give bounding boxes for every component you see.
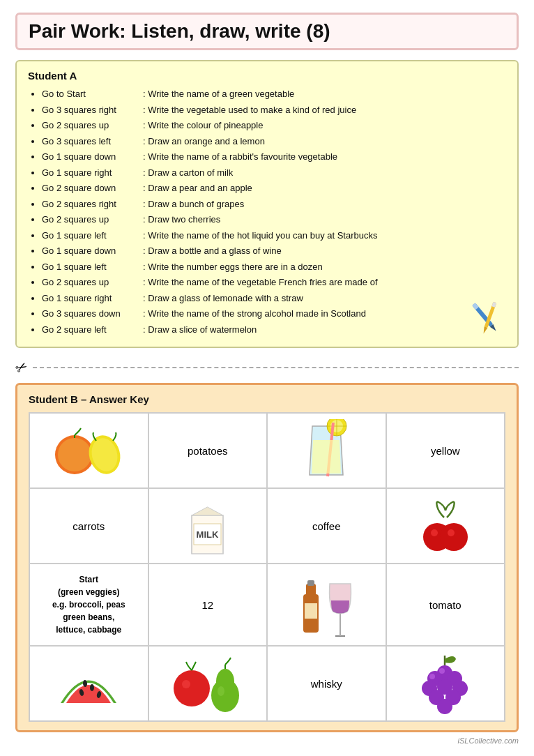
instruction-direction: Go 3 squares left — [42, 135, 143, 149]
grid-cell-text: yellow — [431, 445, 460, 457]
instruction-task: : Write the name of a rabbit's favourite… — [143, 150, 506, 164]
page: Pair Work: Listen, draw, write (8) Stude… — [0, 0, 534, 756]
instruction-direction: Go 1 square right — [42, 292, 143, 305]
svg-point-52 — [429, 674, 435, 679]
list-item: Go 2 squares up : Write the name of the … — [42, 275, 506, 289]
svg-point-25 — [448, 529, 455, 536]
list-item: Go 2 square down : Draw a pear and an ap… — [42, 181, 506, 195]
list-item: Go 2 squares up : Write the colour of pi… — [42, 119, 506, 133]
instruction-direction: Go 2 squares right — [42, 197, 143, 211]
svg-point-35 — [174, 670, 210, 706]
list-item: Go 1 square left : Write the number eggs… — [42, 260, 506, 274]
instruction-direction: Go 2 squares up — [42, 275, 143, 289]
watermark: iSLCollective.com — [15, 736, 519, 745]
student-b-heading: Student B – Answer Key — [29, 393, 505, 405]
instruction-task: : Draw an orange and a lemon — [143, 135, 506, 149]
instruction-direction: Go 1 square right — [42, 166, 143, 180]
grid-cell: potatoes — [148, 413, 268, 488]
scissors-divider: ✂ — [15, 359, 519, 376]
grid-cell-start-text: Start (green veggies) e.g. broccoli, pea… — [52, 573, 125, 636]
svg-point-36 — [182, 680, 190, 688]
grid-cell-text: 12 — [201, 599, 213, 611]
title-box: Pair Work: Listen, draw, write (8) — [15, 13, 519, 50]
list-item: Go 1 square right : Draw a glass of lemo… — [42, 292, 506, 305]
instruction-task: : Draw a glass of lemonade with a straw — [143, 292, 506, 305]
svg-point-32 — [90, 684, 94, 691]
instruction-direction: Go 2 square left — [42, 323, 143, 337]
instruction-list: Go to Start : Write the name of a green … — [28, 87, 506, 336]
instruction-task: : Write the name of the strong alcohol m… — [143, 307, 506, 321]
instruction-direction: Go to Start — [42, 87, 143, 101]
list-item: Go 3 squares left : Draw an orange and a… — [42, 135, 506, 149]
grid-cell: carrots — [29, 488, 148, 564]
svg-rect-28 — [307, 580, 314, 586]
instruction-task: : Draw two cherries — [143, 213, 506, 227]
instruction-task: : Write the number eggs there are in a d… — [143, 260, 506, 274]
instruction-direction: Go 2 squares up — [42, 213, 143, 227]
student-a-section: Student A Go to Start : Write the name o… — [15, 60, 519, 348]
svg-point-7 — [58, 438, 91, 471]
grid-cell-grapes — [386, 646, 505, 721]
scissors-icon: ✂ — [12, 357, 31, 377]
instruction-task: : Draw a bottle and a glass of wine — [143, 244, 506, 258]
svg-point-51 — [439, 668, 445, 674]
list-item: Go 1 square down : Draw a bottle and a g… — [42, 244, 506, 258]
instruction-task: : Write the name of the hot liquid you c… — [143, 229, 506, 243]
svg-point-50 — [437, 699, 452, 714]
instruction-direction: Go 1 square left — [42, 229, 143, 243]
instruction-task: : Write the name of a green vegetable — [143, 87, 506, 101]
list-item: Go 1 square right : Draw a carton of mil… — [42, 166, 506, 180]
instruction-direction: Go 1 square down — [42, 244, 143, 258]
student-b-section: Student B – Answer Key potatoes yellowca — [15, 383, 519, 732]
grid-cell-wine-bottle-glass — [267, 564, 386, 646]
instruction-task: : Write the colour of pineapple — [143, 119, 506, 133]
instruction-direction: Go 1 square left — [42, 260, 143, 274]
grid-cell-text: potatoes — [188, 445, 228, 457]
instruction-task: : Draw a pear and an apple — [143, 181, 506, 195]
svg-marker-4 — [482, 326, 487, 334]
grid-cell: Start (green veggies) e.g. broccoli, pea… — [29, 564, 148, 646]
grid-cell-text: tomato — [429, 599, 461, 611]
list-item: Go 3 squares right : Write the vegetable… — [42, 103, 506, 117]
student-a-heading: Student A — [28, 70, 506, 82]
pen-decoration — [461, 296, 510, 340]
grid-cell-text: coffee — [312, 520, 341, 532]
dashed-line — [33, 367, 519, 368]
grid-cell-lemonade — [267, 413, 386, 488]
instruction-direction: Go 3 squares down — [42, 307, 143, 321]
instruction-direction: Go 2 square down — [42, 181, 143, 195]
grid-cell: tomato — [386, 564, 505, 646]
list-item: Go 3 squares down : Write the name of th… — [42, 307, 506, 321]
instruction-task: : Draw a bunch of grapes — [143, 197, 506, 211]
grid-cell: 12 — [148, 564, 268, 646]
grid-cell-text: carrots — [73, 520, 105, 532]
grid-cell-watermelon — [29, 646, 148, 721]
instruction-task: : Write the vegetable used to make a kin… — [143, 103, 506, 117]
grid-cell: yellow — [386, 413, 505, 488]
grid-cell-milk-carton: MILK — [148, 488, 268, 564]
list-item: Go 2 square left : Draw a slice of water… — [42, 323, 506, 337]
svg-point-39 — [218, 686, 224, 696]
grid-cell-orange-lemon — [29, 413, 148, 488]
list-item: Go 2 squares up : Draw two cherries — [42, 213, 506, 227]
grid-cell: whisky — [267, 646, 386, 721]
answer-grid: potatoes yellowcarrots MILK coffee — [29, 412, 505, 722]
instruction-task: : Draw a slice of watermelon — [143, 323, 506, 337]
svg-point-23 — [431, 529, 438, 536]
grid-cell: coffee — [267, 488, 386, 564]
svg-point-24 — [440, 523, 468, 551]
grid-cell-apple-pear — [148, 646, 268, 721]
instruction-task: : Draw a carton of milk — [143, 166, 506, 180]
svg-marker-17 — [192, 507, 223, 515]
grid-cell-cherries — [386, 488, 505, 564]
instruction-task: : Write the name of the vegetable French… — [143, 275, 506, 289]
list-item: Go 1 square down : Write the name of a r… — [42, 150, 506, 164]
instruction-direction: Go 1 square down — [42, 150, 143, 164]
svg-text:MILK: MILK — [197, 529, 219, 540]
instruction-direction: Go 3 squares right — [42, 103, 143, 117]
instruction-direction: Go 2 squares up — [42, 119, 143, 133]
grid-cell-text: whisky — [311, 678, 342, 690]
list-item: Go to Start : Write the name of a green … — [42, 87, 506, 101]
page-title: Pair Work: Listen, draw, write (8) — [29, 20, 505, 43]
list-item: Go 1 square left : Write the name of the… — [42, 229, 506, 243]
